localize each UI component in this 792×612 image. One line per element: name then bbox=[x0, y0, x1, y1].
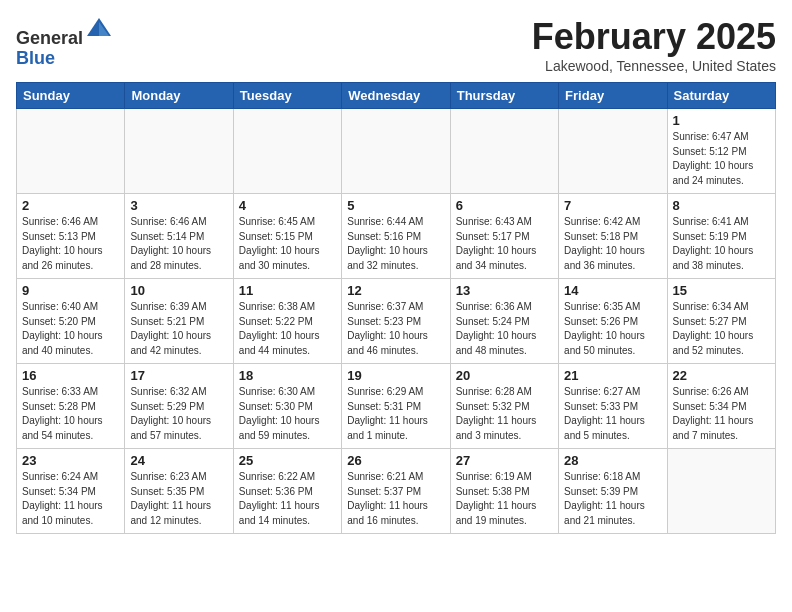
calendar-cell bbox=[559, 109, 667, 194]
day-info: Sunrise: 6:26 AM Sunset: 5:34 PM Dayligh… bbox=[673, 385, 770, 443]
day-info: Sunrise: 6:27 AM Sunset: 5:33 PM Dayligh… bbox=[564, 385, 661, 443]
day-info: Sunrise: 6:18 AM Sunset: 5:39 PM Dayligh… bbox=[564, 470, 661, 528]
calendar-cell: 13Sunrise: 6:36 AM Sunset: 5:24 PM Dayli… bbox=[450, 279, 558, 364]
week-row-2: 9Sunrise: 6:40 AM Sunset: 5:20 PM Daylig… bbox=[17, 279, 776, 364]
calendar-cell: 24Sunrise: 6:23 AM Sunset: 5:35 PM Dayli… bbox=[125, 449, 233, 534]
calendar-cell: 11Sunrise: 6:38 AM Sunset: 5:22 PM Dayli… bbox=[233, 279, 341, 364]
calendar-cell: 26Sunrise: 6:21 AM Sunset: 5:37 PM Dayli… bbox=[342, 449, 450, 534]
day-number: 1 bbox=[673, 113, 770, 128]
logo-blue: Blue bbox=[16, 48, 55, 68]
day-info: Sunrise: 6:32 AM Sunset: 5:29 PM Dayligh… bbox=[130, 385, 227, 443]
day-number: 24 bbox=[130, 453, 227, 468]
logo: General Blue bbox=[16, 16, 113, 69]
day-number: 5 bbox=[347, 198, 444, 213]
calendar-cell bbox=[125, 109, 233, 194]
week-row-0: 1Sunrise: 6:47 AM Sunset: 5:12 PM Daylig… bbox=[17, 109, 776, 194]
day-number: 17 bbox=[130, 368, 227, 383]
calendar-cell: 19Sunrise: 6:29 AM Sunset: 5:31 PM Dayli… bbox=[342, 364, 450, 449]
svg-marker-1 bbox=[99, 22, 109, 36]
calendar-cell: 1Sunrise: 6:47 AM Sunset: 5:12 PM Daylig… bbox=[667, 109, 775, 194]
day-info: Sunrise: 6:35 AM Sunset: 5:26 PM Dayligh… bbox=[564, 300, 661, 358]
day-info: Sunrise: 6:33 AM Sunset: 5:28 PM Dayligh… bbox=[22, 385, 119, 443]
day-number: 3 bbox=[130, 198, 227, 213]
calendar-cell: 4Sunrise: 6:45 AM Sunset: 5:15 PM Daylig… bbox=[233, 194, 341, 279]
col-header-saturday: Saturday bbox=[667, 83, 775, 109]
col-header-tuesday: Tuesday bbox=[233, 83, 341, 109]
col-header-wednesday: Wednesday bbox=[342, 83, 450, 109]
day-info: Sunrise: 6:29 AM Sunset: 5:31 PM Dayligh… bbox=[347, 385, 444, 443]
calendar-cell: 17Sunrise: 6:32 AM Sunset: 5:29 PM Dayli… bbox=[125, 364, 233, 449]
day-info: Sunrise: 6:41 AM Sunset: 5:19 PM Dayligh… bbox=[673, 215, 770, 273]
day-info: Sunrise: 6:23 AM Sunset: 5:35 PM Dayligh… bbox=[130, 470, 227, 528]
calendar-cell: 22Sunrise: 6:26 AM Sunset: 5:34 PM Dayli… bbox=[667, 364, 775, 449]
calendar-cell bbox=[450, 109, 558, 194]
day-number: 25 bbox=[239, 453, 336, 468]
day-number: 28 bbox=[564, 453, 661, 468]
day-info: Sunrise: 6:19 AM Sunset: 5:38 PM Dayligh… bbox=[456, 470, 553, 528]
calendar-cell: 6Sunrise: 6:43 AM Sunset: 5:17 PM Daylig… bbox=[450, 194, 558, 279]
calendar-cell: 14Sunrise: 6:35 AM Sunset: 5:26 PM Dayli… bbox=[559, 279, 667, 364]
day-info: Sunrise: 6:46 AM Sunset: 5:13 PM Dayligh… bbox=[22, 215, 119, 273]
day-number: 13 bbox=[456, 283, 553, 298]
day-number: 8 bbox=[673, 198, 770, 213]
calendar-cell: 5Sunrise: 6:44 AM Sunset: 5:16 PM Daylig… bbox=[342, 194, 450, 279]
day-info: Sunrise: 6:34 AM Sunset: 5:27 PM Dayligh… bbox=[673, 300, 770, 358]
calendar-cell: 16Sunrise: 6:33 AM Sunset: 5:28 PM Dayli… bbox=[17, 364, 125, 449]
day-info: Sunrise: 6:22 AM Sunset: 5:36 PM Dayligh… bbox=[239, 470, 336, 528]
logo-icon bbox=[85, 16, 113, 44]
calendar-cell: 3Sunrise: 6:46 AM Sunset: 5:14 PM Daylig… bbox=[125, 194, 233, 279]
calendar-cell: 9Sunrise: 6:40 AM Sunset: 5:20 PM Daylig… bbox=[17, 279, 125, 364]
day-info: Sunrise: 6:43 AM Sunset: 5:17 PM Dayligh… bbox=[456, 215, 553, 273]
day-info: Sunrise: 6:24 AM Sunset: 5:34 PM Dayligh… bbox=[22, 470, 119, 528]
calendar-cell: 18Sunrise: 6:30 AM Sunset: 5:30 PM Dayli… bbox=[233, 364, 341, 449]
day-number: 20 bbox=[456, 368, 553, 383]
page-header: General Blue February 2025 Lakewood, Ten… bbox=[16, 16, 776, 74]
day-info: Sunrise: 6:37 AM Sunset: 5:23 PM Dayligh… bbox=[347, 300, 444, 358]
day-number: 2 bbox=[22, 198, 119, 213]
day-info: Sunrise: 6:38 AM Sunset: 5:22 PM Dayligh… bbox=[239, 300, 336, 358]
day-info: Sunrise: 6:21 AM Sunset: 5:37 PM Dayligh… bbox=[347, 470, 444, 528]
col-header-monday: Monday bbox=[125, 83, 233, 109]
week-row-3: 16Sunrise: 6:33 AM Sunset: 5:28 PM Dayli… bbox=[17, 364, 776, 449]
day-number: 11 bbox=[239, 283, 336, 298]
calendar-cell: 8Sunrise: 6:41 AM Sunset: 5:19 PM Daylig… bbox=[667, 194, 775, 279]
week-row-1: 2Sunrise: 6:46 AM Sunset: 5:13 PM Daylig… bbox=[17, 194, 776, 279]
day-number: 12 bbox=[347, 283, 444, 298]
location: Lakewood, Tennessee, United States bbox=[532, 58, 776, 74]
calendar-cell: 20Sunrise: 6:28 AM Sunset: 5:32 PM Dayli… bbox=[450, 364, 558, 449]
day-info: Sunrise: 6:44 AM Sunset: 5:16 PM Dayligh… bbox=[347, 215, 444, 273]
day-number: 19 bbox=[347, 368, 444, 383]
col-header-sunday: Sunday bbox=[17, 83, 125, 109]
calendar-cell: 2Sunrise: 6:46 AM Sunset: 5:13 PM Daylig… bbox=[17, 194, 125, 279]
day-number: 23 bbox=[22, 453, 119, 468]
calendar-cell: 15Sunrise: 6:34 AM Sunset: 5:27 PM Dayli… bbox=[667, 279, 775, 364]
day-number: 21 bbox=[564, 368, 661, 383]
col-header-friday: Friday bbox=[559, 83, 667, 109]
week-row-4: 23Sunrise: 6:24 AM Sunset: 5:34 PM Dayli… bbox=[17, 449, 776, 534]
day-number: 16 bbox=[22, 368, 119, 383]
day-info: Sunrise: 6:28 AM Sunset: 5:32 PM Dayligh… bbox=[456, 385, 553, 443]
day-info: Sunrise: 6:39 AM Sunset: 5:21 PM Dayligh… bbox=[130, 300, 227, 358]
calendar-cell: 28Sunrise: 6:18 AM Sunset: 5:39 PM Dayli… bbox=[559, 449, 667, 534]
day-number: 27 bbox=[456, 453, 553, 468]
day-number: 6 bbox=[456, 198, 553, 213]
day-number: 14 bbox=[564, 283, 661, 298]
logo-general: General bbox=[16, 28, 83, 48]
calendar-cell: 27Sunrise: 6:19 AM Sunset: 5:38 PM Dayli… bbox=[450, 449, 558, 534]
calendar-cell bbox=[667, 449, 775, 534]
col-header-thursday: Thursday bbox=[450, 83, 558, 109]
day-number: 18 bbox=[239, 368, 336, 383]
month-title: February 2025 bbox=[532, 16, 776, 58]
day-info: Sunrise: 6:47 AM Sunset: 5:12 PM Dayligh… bbox=[673, 130, 770, 188]
day-info: Sunrise: 6:30 AM Sunset: 5:30 PM Dayligh… bbox=[239, 385, 336, 443]
day-number: 10 bbox=[130, 283, 227, 298]
day-number: 15 bbox=[673, 283, 770, 298]
calendar-cell: 12Sunrise: 6:37 AM Sunset: 5:23 PM Dayli… bbox=[342, 279, 450, 364]
day-info: Sunrise: 6:46 AM Sunset: 5:14 PM Dayligh… bbox=[130, 215, 227, 273]
day-number: 7 bbox=[564, 198, 661, 213]
calendar-cell bbox=[342, 109, 450, 194]
day-number: 22 bbox=[673, 368, 770, 383]
calendar-cell: 21Sunrise: 6:27 AM Sunset: 5:33 PM Dayli… bbox=[559, 364, 667, 449]
calendar-header-row: SundayMondayTuesdayWednesdayThursdayFrid… bbox=[17, 83, 776, 109]
calendar-cell bbox=[17, 109, 125, 194]
